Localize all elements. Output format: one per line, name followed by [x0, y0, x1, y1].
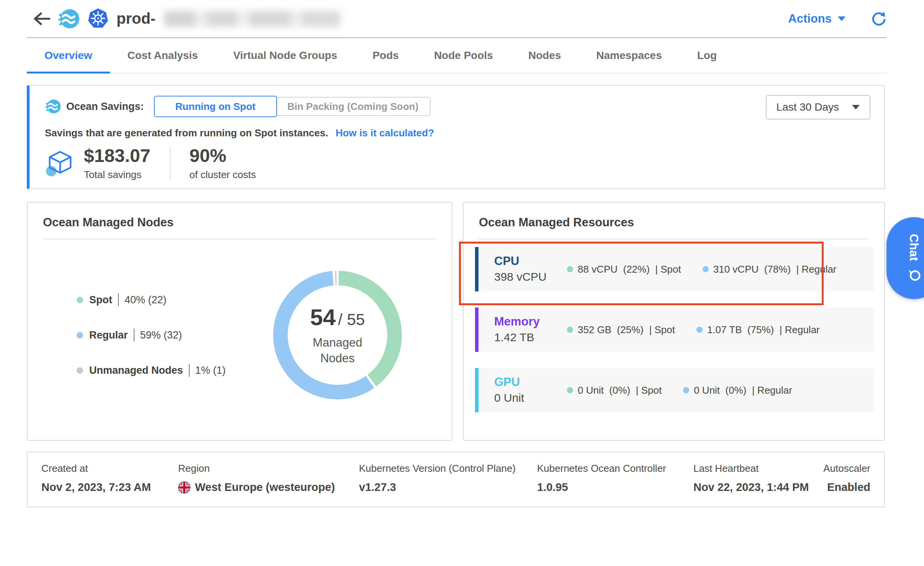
last-heartbeat-label: Last Heartbeat: [693, 463, 823, 474]
ocean-savings-banner: Ocean Savings: Running on Spot Bin Packi…: [27, 85, 885, 189]
legend-separator: [118, 293, 119, 306]
cards-row: Ocean Managed Nodes Spot 40% (22) Regula…: [27, 202, 885, 441]
savings-stats-row: $183.07 Total savings 90% of cluster cos…: [45, 147, 870, 181]
back-arrow-icon: [32, 11, 51, 27]
bin-packing-button[interactable]: Bin Packing (Coming Soon): [276, 97, 431, 116]
managed-nodes-card: Ocean Managed Nodes Spot 40% (22) Regula…: [27, 202, 452, 441]
tab-log[interactable]: Log: [680, 38, 734, 73]
created-at-value: Nov 2, 2023, 7:23 AM: [41, 481, 178, 494]
region-value: West Europe (westeurope): [195, 481, 335, 494]
top-bar: prod- Actions: [27, 0, 887, 38]
legend-label: Spot: [89, 294, 112, 306]
total-savings-label: Total savings: [84, 169, 151, 181]
tab-node-pools[interactable]: Node Pools: [416, 38, 511, 73]
resource-row-cpu: CPU 398 vCPU 88 vCPU (22%) | Spot 310 vC…: [475, 247, 874, 291]
gpu-accent-bar: [475, 368, 478, 412]
memory-accent-bar: [475, 308, 478, 352]
chevron-down-icon: [838, 16, 845, 21]
ocean-cluster-overview-page: prod- Actions Overview Cost Analysis Vir…: [0, 0, 924, 566]
tab-namespaces[interactable]: Namespaces: [578, 38, 679, 73]
total-savings-stat: $183.07 Total savings: [84, 147, 151, 181]
legend-value: 1% (1): [195, 365, 226, 376]
managed-count: 54: [310, 304, 336, 330]
autoscaler-status: Enabled: [827, 481, 870, 494]
actions-button[interactable]: Actions: [788, 12, 845, 26]
donut-label: Managed Nodes: [295, 335, 380, 366]
tab-nodes[interactable]: Nodes: [511, 38, 579, 73]
stats-divider: [170, 147, 170, 181]
tab-virtual-node-groups[interactable]: Virtual Node Groups: [216, 38, 355, 73]
cpu-accent-bar: [475, 247, 478, 291]
tab-pods[interactable]: Pods: [355, 38, 416, 73]
cluster-title-redacted: [164, 11, 340, 27]
cluster-title: prod-: [116, 10, 156, 27]
resource-total: 398 vCPU: [494, 270, 567, 283]
region-field: Region West Europe (westeurope): [178, 463, 359, 496]
ocean-logo-icon: [57, 8, 80, 30]
memory-spot-stat: 352 GB (25%) | Spot: [567, 324, 675, 336]
uk-flag-icon: [178, 481, 190, 494]
autoscaler-field: Autoscaler Enabled: [823, 463, 870, 496]
donut-count: 54 / 55: [310, 304, 365, 330]
cluster-info-bar: Created at Nov 2, 2023, 7:23 AM Region W…: [27, 451, 885, 507]
region-label: Region: [178, 463, 359, 474]
cluster-cost-percent-label: of cluster costs: [190, 169, 256, 181]
refresh-button[interactable]: [871, 11, 887, 27]
legend-item-regular[interactable]: Regular 59% (32): [77, 329, 226, 342]
spot-dot: [77, 297, 83, 303]
regular-dot: [696, 327, 703, 333]
managed-nodes-donut: 54 / 55 Managed Nodes: [269, 266, 406, 404]
cluster-cost-percent-value: 90%: [190, 147, 256, 165]
running-on-spot-button[interactable]: Running on Spot: [154, 96, 277, 117]
autoscaler-label: Autoscaler: [823, 463, 870, 474]
managed-nodes-body: Spot 40% (22) Regular 59% (32) Unmanaged…: [28, 239, 452, 431]
actions-label: Actions: [788, 12, 832, 26]
memory-spot-text: 352 GB (25%) | Spot: [578, 324, 675, 336]
savings-cube-icon: [45, 149, 75, 179]
memory-regular-text: 1.07 TB (75%) | Regular: [707, 324, 820, 336]
regular-dot: [77, 332, 83, 339]
spot-dot: [567, 387, 573, 393]
regular-dot: [683, 387, 689, 393]
resource-row-gpu: GPU 0 Unit 0 Unit (0%) | Spot 0 Unit (0%…: [475, 368, 874, 412]
savings-description-text: Savings that are generated from running …: [45, 127, 328, 139]
legend-value: 59% (32): [140, 329, 182, 341]
savings-header-row: Ocean Savings: Running on Spot Bin Packi…: [45, 96, 870, 117]
tab-cost-analysis[interactable]: Cost Analysis: [110, 38, 216, 73]
region-value-row: West Europe (westeurope): [178, 481, 359, 494]
created-at-label: Created at: [41, 463, 178, 474]
how-calculated-link[interactable]: How is it calculated?: [336, 127, 434, 139]
managed-resources-card: Ocean Managed Resources CPU 398 vCPU 88 …: [463, 202, 885, 441]
cpu-regular-stat: 310 vCPU (78%) | Regular: [703, 263, 837, 275]
cpu-spot-stat: 88 vCPU (22%) | Spot: [567, 263, 681, 275]
managed-resources-body: CPU 398 vCPU 88 vCPU (22%) | Spot 310 vC…: [464, 239, 884, 412]
cpu-regular-text: 310 vCPU (78%) | Regular: [713, 263, 837, 275]
managed-nodes-title: Ocean Managed Nodes: [28, 203, 452, 239]
ocean-controller-value: 1.0.95: [537, 481, 693, 494]
tab-overview[interactable]: Overview: [27, 38, 110, 73]
period-dropdown[interactable]: Last 30 Days: [766, 95, 870, 119]
savings-label: Ocean Savings:: [66, 101, 144, 113]
resource-total: 0 Unit: [494, 391, 567, 404]
gpu-regular-stat: 0 Unit (0%) | Regular: [683, 384, 792, 396]
legend-label: Unmanaged Nodes: [89, 365, 183, 376]
back-button[interactable]: [32, 11, 51, 27]
created-at-field: Created at Nov 2, 2023, 7:23 AM: [41, 463, 178, 496]
chat-button[interactable]: Chat: [886, 217, 924, 299]
legend-separator: [189, 364, 190, 377]
k8s-version-label: Kubernetes Version (Control Plane): [359, 463, 537, 474]
savings-toggle-group: Running on Spot Bin Packing (Coming Soon…: [154, 96, 431, 117]
legend-item-unmanaged[interactable]: Unmanaged Nodes 1% (1): [77, 364, 226, 377]
legend-label: Regular: [89, 329, 128, 341]
memory-regular-stat: 1.07 TB (75%) | Regular: [696, 324, 820, 336]
total-count: / 55: [338, 311, 365, 329]
resource-row-memory: Memory 1.42 TB 352 GB (25%) | Spot 1.07 …: [475, 308, 874, 352]
ocean-controller-label: Kubernetes Ocean Controller: [537, 463, 693, 474]
regular-dot: [703, 266, 709, 272]
tab-bar: Overview Cost Analysis Virtual Node Grou…: [27, 38, 887, 74]
donut-center: 54 / 55 Managed Nodes: [269, 266, 406, 404]
resource-name: GPU: [494, 376, 567, 389]
gpu-spot-stat: 0 Unit (0%) | Spot: [567, 384, 662, 396]
legend-item-spot[interactable]: Spot 40% (22): [77, 293, 226, 306]
chat-label: Chat: [907, 234, 921, 261]
